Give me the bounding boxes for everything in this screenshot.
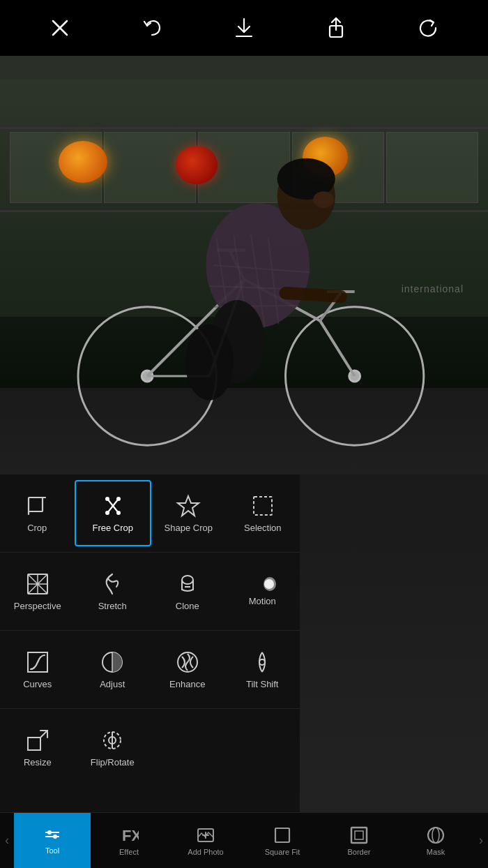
- nav-add-photo[interactable]: Add Photo: [167, 813, 244, 868]
- clone-label: Clone: [176, 601, 199, 611]
- svg-point-76: [428, 828, 443, 843]
- resize-label: Resize: [24, 757, 52, 768]
- svg-rect-33: [29, 497, 43, 511]
- tilt-shift-tool[interactable]: Tilt Shift: [225, 636, 300, 703]
- mask-nav-label: Mask: [427, 848, 445, 856]
- effect-nav-label: Effect: [119, 848, 139, 856]
- tilt-shift-icon: [250, 650, 275, 675]
- clone-tool[interactable]: Clone: [150, 558, 225, 624]
- svg-rect-74: [351, 828, 367, 843]
- free-crop-label: Free Crop: [92, 523, 133, 533]
- nav-square-fit[interactable]: Square Fit: [244, 813, 321, 868]
- svg-point-38: [105, 497, 109, 501]
- close-button[interactable]: [45, 13, 75, 43]
- motion-tool[interactable]: Motion: [225, 558, 300, 624]
- selection-label: Selection: [244, 523, 281, 533]
- enhance-icon: [175, 650, 200, 675]
- svg-rect-43: [254, 497, 272, 515]
- svg-line-61: [40, 731, 47, 738]
- svg-point-41: [116, 511, 121, 515]
- perspective-icon: [25, 571, 50, 597]
- adjust-label: Adjust: [100, 679, 125, 689]
- refresh-button[interactable]: [413, 13, 443, 43]
- svg-rect-75: [355, 831, 363, 839]
- nav-mask[interactable]: Mask: [397, 813, 474, 868]
- svg-line-32: [286, 293, 341, 297]
- add-photo-nav-label: Add Photo: [188, 848, 223, 856]
- nav-next-arrow[interactable]: ›: [474, 813, 488, 868]
- curves-label: Curves: [23, 679, 52, 689]
- mask-nav-icon: [426, 825, 445, 845]
- selection-tool[interactable]: Selection: [226, 480, 300, 546]
- resize-tool[interactable]: Resize: [0, 714, 75, 781]
- stretch-icon: [100, 571, 125, 597]
- tool-row-3: Curves Adjust Enhance: [0, 631, 300, 709]
- svg-line-12: [320, 321, 355, 376]
- flip-rotate-label: Flip/Rotate: [91, 757, 135, 768]
- svg-point-40: [105, 511, 109, 515]
- tool-nav-label: Tool: [45, 846, 59, 855]
- curves-icon: [25, 650, 50, 675]
- svg-point-68: [53, 835, 57, 839]
- resize-icon: [25, 728, 50, 753]
- person-bike-area: [49, 127, 439, 459]
- motion-label: Motion: [249, 596, 276, 606]
- flip-rotate-tool[interactable]: Flip/Rotate: [75, 714, 151, 781]
- svg-point-67: [47, 830, 52, 835]
- nav-prev-arrow[interactable]: ‹: [0, 813, 14, 868]
- svg-rect-73: [275, 828, 289, 842]
- square-fit-nav-icon: [273, 825, 292, 845]
- stretch-tool[interactable]: Stretch: [75, 558, 151, 624]
- crop-label: Crop: [27, 523, 47, 533]
- tool-row-2: Perspective Stretch Clone: [0, 553, 300, 631]
- adjust-icon: [100, 650, 125, 675]
- shape-crop-icon: [176, 493, 201, 518]
- image-right-extend: [300, 474, 488, 812]
- adjust-tool[interactable]: Adjust: [75, 636, 151, 703]
- enhance-tool[interactable]: Enhance: [150, 636, 225, 703]
- svg-point-31: [313, 191, 334, 208]
- top-toolbar: [0, 0, 488, 56]
- svg-point-49: [182, 576, 193, 584]
- shape-crop-label: Shape Crop: [165, 523, 213, 533]
- svg-rect-58: [28, 738, 40, 750]
- add-photo-nav-icon: [196, 825, 215, 845]
- svg-point-52: [264, 579, 274, 589]
- undo-button[interactable]: [137, 13, 167, 43]
- border-nav-icon: [349, 825, 369, 845]
- photo-canvas: international: [0, 56, 488, 530]
- crop-tool[interactable]: Crop: [0, 480, 75, 546]
- motion-icon: [248, 576, 276, 592]
- svg-text:FX: FX: [122, 827, 139, 844]
- nav-border[interactable]: Border: [321, 813, 397, 868]
- stretch-label: Stretch: [98, 601, 127, 611]
- tool-row-4: Resize Flip/Rotate: [0, 709, 300, 786]
- nav-tool[interactable]: Tool: [14, 813, 91, 868]
- crop-icon: [24, 493, 49, 518]
- perspective-tool[interactable]: Perspective: [0, 558, 75, 624]
- svg-marker-42: [178, 496, 199, 516]
- clone-icon: [175, 571, 200, 597]
- selection-icon: [250, 493, 275, 518]
- border-nav-label: Border: [347, 848, 370, 856]
- share-button[interactable]: [321, 13, 351, 43]
- curves-tool[interactable]: Curves: [0, 636, 75, 703]
- nav-effect[interactable]: FX Effect: [91, 813, 167, 868]
- svg-point-39: [116, 497, 121, 501]
- tool-row-1: Crop Free Crop Shape Crop: [0, 474, 300, 553]
- effect-nav-icon: FX: [119, 825, 139, 845]
- flip-rotate-icon: [100, 728, 125, 753]
- shape-crop-tool[interactable]: Shape Crop: [151, 480, 226, 546]
- free-crop-tool[interactable]: Free Crop: [75, 480, 152, 546]
- free-crop-icon: [100, 493, 125, 518]
- svg-point-57: [259, 659, 265, 665]
- square-fit-nav-label: Square Fit: [265, 848, 300, 856]
- enhance-label: Enhance: [169, 679, 205, 689]
- svg-point-28: [185, 324, 234, 401]
- bottom-nav: ‹ Tool FX Effect A: [0, 812, 488, 868]
- perspective-label: Perspective: [14, 601, 61, 611]
- tilt-shift-label: Tilt Shift: [246, 679, 278, 689]
- download-button[interactable]: [229, 13, 259, 43]
- tool-panel: Crop Free Crop Shape Crop: [0, 474, 300, 812]
- svg-point-77: [432, 828, 439, 843]
